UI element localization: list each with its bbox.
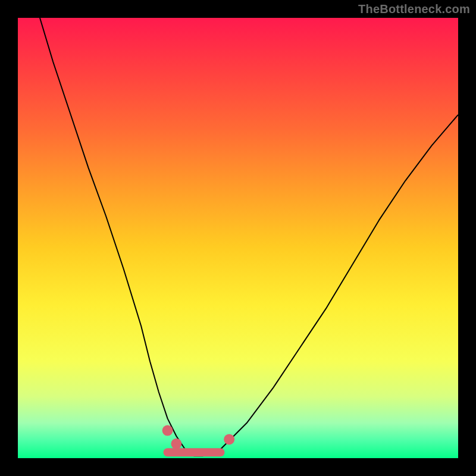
chart-svg [18,18,458,458]
plot-area [18,18,458,458]
chart-stage: TheBottleneck.com [0,0,476,476]
curve-group [40,18,458,456]
marker-dot-left-1 [162,425,173,436]
marker-dot-right-1 [224,434,234,444]
marker-dot-left-2 [171,439,181,449]
watermark-text: TheBottleneck.com [358,2,470,16]
bottleneck-curve [40,18,458,456]
